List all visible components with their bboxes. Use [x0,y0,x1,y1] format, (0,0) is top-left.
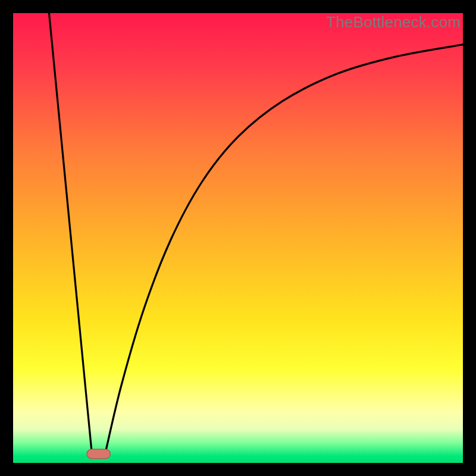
optimal-range-pill [87,449,110,459]
plot-background [13,13,463,463]
watermark-text: TheBottleneck.com [326,13,461,32]
bottleneck-chart [13,13,463,463]
plot-frame: TheBottleneck.com [13,13,463,463]
